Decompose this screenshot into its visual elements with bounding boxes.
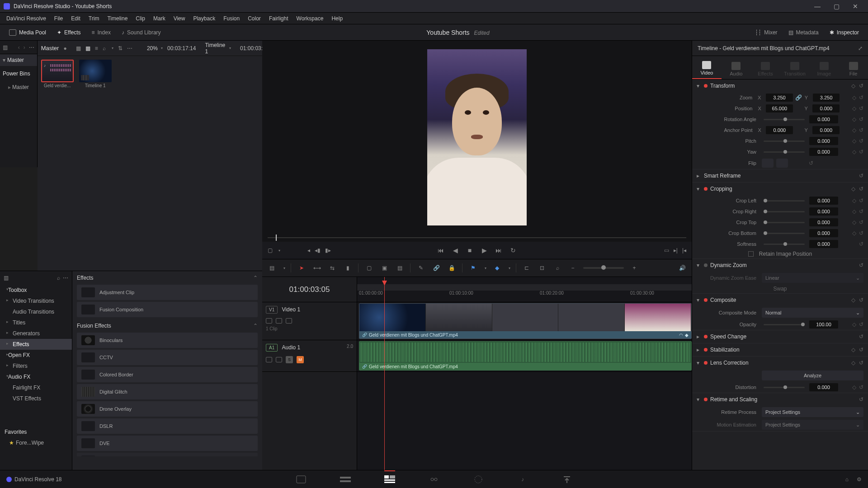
section-lens-header[interactable]: ▾Lens Correction◇↺ [692, 357, 868, 369]
ws-media-pool[interactable]: Media Pool [4, 28, 52, 38]
effect-item[interactable]: Fusion Composition [77, 302, 258, 317]
keyframe-icon[interactable]: ◇ [852, 219, 856, 225]
opacity-input[interactable]: 100.00 [809, 320, 838, 328]
crop-bottom-slider[interactable] [764, 233, 805, 234]
yaw-slider[interactable] [764, 151, 805, 153]
reset-icon[interactable]: ↺ [859, 219, 863, 225]
reset-icon[interactable]: ↺ [859, 173, 863, 179]
menu-timeline[interactable]: Timeline [104, 14, 131, 23]
tab-audio[interactable]: Audio [722, 59, 751, 79]
overwrite-icon[interactable]: ▣ [379, 263, 389, 273]
snap-icon[interactable]: ⊏ [522, 263, 532, 273]
match-frame-icon[interactable]: ▭ [664, 247, 669, 253]
tree-titles[interactable]: Titles [0, 317, 72, 328]
reset-icon[interactable]: ↺ [809, 160, 813, 166]
timeline-view-icon[interactable]: ▤ [267, 263, 277, 273]
anchor-y-input[interactable]: 0.000 [812, 126, 840, 134]
menu-file[interactable]: File [51, 14, 66, 23]
effect-item[interactable]: Digital Glitch [77, 384, 258, 399]
search-expand-icon[interactable] [110, 46, 113, 50]
menu-view[interactable]: View [170, 14, 189, 23]
reset-icon[interactable]: ↺ [859, 384, 863, 390]
link-icon[interactable]: 🔗 [431, 263, 441, 273]
reset-icon[interactable]: ↺ [859, 186, 863, 192]
audio-track-header[interactable]: A1 Audio 1 2.0 S M [262, 340, 357, 372]
zoom-fit-icon[interactable]: ⊡ [537, 263, 547, 273]
view-list-icon[interactable]: ≡ [95, 45, 98, 52]
distortion-slider[interactable] [764, 387, 805, 388]
clip-thumb[interactable]: Timeline 1 [79, 60, 112, 88]
crop-left-input[interactable]: 0.000 [809, 197, 838, 205]
options-icon[interactable]: ⋯ [127, 45, 132, 52]
audio-monitor-icon[interactable]: 🔊 [677, 263, 687, 273]
flag-dropdown[interactable] [483, 266, 486, 270]
viewer[interactable] [262, 41, 692, 234]
keyframe-icon[interactable]: ◇ [852, 149, 856, 155]
page-media-icon[interactable] [295, 474, 307, 485]
reset-icon[interactable]: ↺ [859, 321, 863, 328]
tree-vst-effects[interactable]: VST Effects [0, 393, 72, 404]
view-metadata-icon[interactable]: ▦ [76, 45, 81, 52]
menu-workspace[interactable]: Workspace [293, 14, 327, 23]
expand-icon[interactable]: ⤢ [858, 45, 863, 52]
page-fusion-icon[interactable] [428, 474, 440, 485]
timeline-ruler[interactable]: 01:00:00:00 01:00:10:00 01:00:20:00 01:0… [357, 277, 692, 302]
menu-playback[interactable]: Playback [189, 14, 219, 23]
page-fairlight-icon[interactable]: ♪ [516, 474, 529, 485]
reset-icon[interactable]: ↺ [859, 94, 863, 101]
reset-icon[interactable]: ↺ [859, 396, 863, 403]
reset-icon[interactable]: ↺ [859, 241, 863, 247]
tree-fairlight-fx[interactable]: Fairlight FX [0, 382, 72, 393]
viewer-scrubber[interactable] [262, 234, 692, 242]
pitch-slider[interactable] [764, 141, 805, 142]
reset-icon[interactable]: ↺ [859, 138, 863, 144]
keyframe-icon[interactable]: ◇ [851, 297, 855, 303]
tab-image[interactable]: Image [809, 59, 839, 79]
minimize-button[interactable]: — [808, 2, 826, 11]
reset-icon[interactable]: ↺ [859, 347, 863, 353]
reverse-play-button[interactable]: ◀ [452, 247, 459, 254]
first-frame-icon[interactable]: ◂ [307, 247, 310, 253]
breadcrumb-master[interactable]: Master [41, 45, 59, 52]
reset-icon[interactable]: ↺ [859, 197, 863, 204]
pitch-input[interactable]: 0.000 [809, 137, 838, 145]
section-stabilization[interactable]: ▸Stabilization◇↺ [692, 343, 868, 356]
a1-tag[interactable]: A1 [266, 344, 278, 352]
menu-trim[interactable]: Trim [85, 14, 103, 23]
enable-dot-icon[interactable] [704, 335, 708, 338]
tree-effects[interactable]: Effects [0, 339, 72, 350]
zoom-out-icon[interactable]: − [568, 263, 578, 273]
keyframe-diamond-icon[interactable]: ◆ [685, 333, 689, 338]
swap-button[interactable]: Swap [773, 286, 787, 292]
keyframe-icon[interactable]: ◇ [852, 321, 856, 328]
crop-top-input[interactable]: 0.000 [809, 218, 838, 226]
marker-icon[interactable]: ◆ [492, 263, 502, 273]
prev-marker-icon[interactable]: |◂ [682, 247, 686, 253]
go-end-button[interactable]: ⏭ [495, 247, 502, 254]
ws-metadata[interactable]: ▤Metadata [783, 28, 824, 38]
softness-slider[interactable] [764, 244, 805, 245]
reset-icon[interactable]: ↺ [859, 297, 863, 303]
position-x-input[interactable]: 65.000 [766, 104, 793, 113]
home-icon[interactable]: ⌂ [845, 476, 849, 483]
enable-dot-icon[interactable] [704, 361, 708, 365]
tree-audiofx[interactable]: Audio FX [0, 371, 72, 382]
v1-tag[interactable]: V1 [266, 306, 278, 314]
options-icon[interactable]: ⋯ [63, 275, 68, 281]
rotation-slider[interactable] [764, 119, 805, 120]
tree-favorite-item[interactable]: ★Fore...Wipe [0, 437, 72, 448]
auto-select-icon[interactable] [266, 318, 272, 324]
yaw-input[interactable]: 0.000 [809, 148, 838, 156]
nav-next-icon[interactable]: › [24, 44, 25, 51]
solo-button[interactable]: S [286, 356, 293, 363]
link-xy-icon[interactable]: 🔗 [796, 94, 802, 101]
power-bins-header[interactable]: Power Bins [0, 66, 37, 81]
view-thumb-icon[interactable]: ▦ [85, 45, 90, 52]
tree-video-transitions[interactable]: Video Transitions [0, 296, 72, 306]
page-edit-icon[interactable] [383, 474, 396, 485]
tree-openfx[interactable]: Open FX [0, 350, 72, 361]
lock-track-icon[interactable] [276, 318, 282, 324]
enable-dot-icon[interactable] [704, 298, 708, 302]
retain-checkbox[interactable] [748, 251, 754, 257]
reset-icon[interactable]: ↺ [859, 116, 863, 122]
